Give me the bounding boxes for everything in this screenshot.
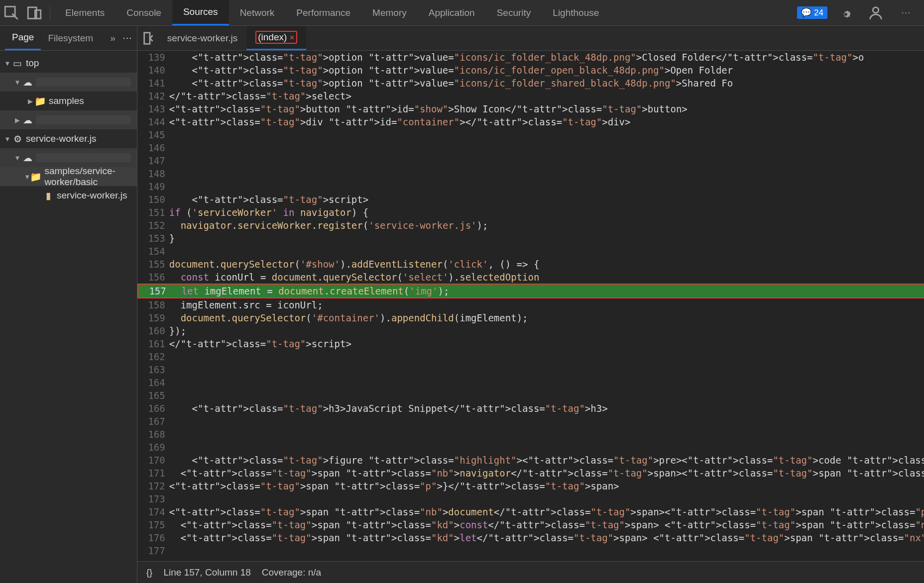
- code-line[interactable]: 145: [137, 128, 924, 141]
- main-panel-tabs: Elements Console Sources Network Perform…: [54, 0, 610, 25]
- code-line[interactable]: 148: [137, 167, 924, 180]
- code-line[interactable]: 174<"t-attr">class="t-tag">span "t-attr"…: [137, 505, 924, 518]
- code-line[interactable]: 147: [137, 154, 924, 167]
- tab-security[interactable]: Security: [486, 0, 542, 25]
- device-toggle-icon[interactable]: [26, 4, 43, 21]
- file-tree: ▼▭ top ▼☁ ▶📁 samples ▶☁ ▼⚙ service-worke…: [0, 51, 137, 583]
- subtab-filesystem[interactable]: Filesystem: [41, 26, 100, 50]
- cloud-icon: ☁: [22, 114, 33, 126]
- kebab-icon[interactable]: ⋯: [897, 4, 914, 21]
- cloud-icon: ☁: [22, 152, 33, 164]
- tab-sources[interactable]: Sources: [172, 0, 229, 25]
- more-subtabs-icon[interactable]: »: [103, 26, 122, 50]
- window-icon: ▭: [12, 58, 23, 69]
- code-line[interactable]: 141 <"t-attr">class="t-tag">option "t-at…: [137, 77, 924, 90]
- tree-samples[interactable]: ▶📁 samples: [0, 92, 137, 110]
- code-line[interactable]: 170 <"t-attr">class="t-tag">figure "t-at…: [137, 454, 924, 467]
- code-line[interactable]: 140 <"t-attr">class="t-tag">option "t-at…: [137, 64, 924, 77]
- folder-icon: 📁: [35, 96, 46, 107]
- code-line[interactable]: 171 <"t-attr">class="t-tag">span "t-attr…: [137, 467, 924, 480]
- code-line[interactable]: 159 document.querySelector('#container')…: [137, 311, 924, 324]
- tree-path-folder[interactable]: ▼📁 samples/service-worker/basic: [0, 167, 137, 186]
- tab-lighthouse[interactable]: Lighthouse: [542, 0, 610, 25]
- js-file-icon: ▮: [43, 190, 54, 201]
- code-line[interactable]: 149: [137, 180, 924, 193]
- code-line[interactable]: 177: [137, 544, 924, 557]
- tree-path-label: samples/service-worker/basic: [44, 166, 136, 188]
- tree-sw-root-label: service-worker.js: [26, 133, 96, 144]
- tree-samples-label: samples: [49, 96, 84, 106]
- code-editor[interactable]: 139 <"t-attr">class="t-tag">option "t-at…: [137, 51, 924, 561]
- code-line[interactable]: 161</"t-attr">class="t-tag">script>: [137, 337, 924, 350]
- code-line[interactable]: 167: [137, 415, 924, 428]
- tab-application[interactable]: Application: [418, 0, 486, 25]
- code-line[interactable]: 160});: [137, 324, 924, 337]
- code-line[interactable]: 163: [137, 363, 924, 376]
- code-line[interactable]: 166 <"t-attr">class="t-tag">h3>JavaScrip…: [137, 402, 924, 415]
- code-line[interactable]: 172<"t-attr">class="t-tag">span "t-attr"…: [137, 480, 924, 492]
- editor-tab-sw-label: service-worker.js: [167, 33, 237, 44]
- issues-badge[interactable]: 💬 24: [797, 6, 827, 19]
- code-line[interactable]: 169: [137, 441, 924, 454]
- code-line[interactable]: 157 let imgElement = document.createElem…: [137, 284, 924, 298]
- tab-memory[interactable]: Memory: [361, 0, 418, 25]
- code-line[interactable]: 168: [137, 428, 924, 441]
- folder-icon: 📁: [30, 171, 41, 183]
- nav-files-icon[interactable]: [141, 30, 158, 47]
- code-line[interactable]: 144<"t-attr">class="t-tag">div "t-attr">…: [137, 115, 924, 128]
- code-line[interactable]: 143<"t-attr">class="t-tag">button "t-att…: [137, 102, 924, 115]
- tree-file-label: service-worker.js: [57, 190, 127, 201]
- tab-elements[interactable]: Elements: [54, 0, 116, 25]
- tab-performance[interactable]: Performance: [285, 0, 361, 25]
- code-line[interactable]: 165: [137, 389, 924, 402]
- editor-tab-index[interactable]: (index) ×: [246, 26, 306, 50]
- code-line[interactable]: 175 <"t-attr">class="t-tag">span "t-attr…: [137, 518, 924, 531]
- account-icon[interactable]: [867, 4, 884, 21]
- cloud-icon: ☁: [22, 77, 33, 88]
- close-tab-icon[interactable]: ×: [290, 33, 295, 42]
- coverage-status: Coverage: n/a: [262, 567, 321, 578]
- code-line[interactable]: 146: [137, 141, 924, 154]
- editor-tab-sw[interactable]: service-worker.js: [158, 26, 246, 50]
- code-line[interactable]: 150 <"t-attr">class="t-tag">script>: [137, 193, 924, 206]
- code-line[interactable]: 139 <"t-attr">class="t-tag">option "t-at…: [137, 51, 924, 64]
- inspect-icon[interactable]: [3, 4, 20, 21]
- subtab-page[interactable]: Page: [5, 26, 41, 50]
- code-line[interactable]: 156 const iconUrl = document.querySelect…: [137, 271, 924, 284]
- cursor-position: Line 157, Column 18: [163, 567, 250, 578]
- code-line[interactable]: 154: [137, 245, 924, 258]
- settings-icon[interactable]: [837, 4, 854, 21]
- tree-cloud-1[interactable]: ▼☁: [0, 73, 137, 92]
- tab-console[interactable]: Console: [116, 0, 172, 25]
- tree-top[interactable]: ▼▭ top: [0, 54, 137, 73]
- pretty-print-icon[interactable]: {}: [146, 567, 153, 578]
- code-line[interactable]: 176 <"t-attr">class="t-tag">span "t-attr…: [137, 531, 924, 544]
- editor-tab-index-label: (index): [258, 32, 287, 42]
- tree-cloud-2[interactable]: ▶☁: [0, 110, 137, 129]
- tree-sw-root[interactable]: ▼⚙ service-worker.js: [0, 129, 137, 148]
- tree-cloud-3[interactable]: ▼☁: [0, 148, 137, 167]
- code-line[interactable]: 152 navigator.serviceWorker.register('se…: [137, 219, 924, 232]
- code-line[interactable]: 173: [137, 492, 924, 505]
- svg-point-3: [873, 7, 878, 12]
- code-line[interactable]: 155document.querySelector('#show').addEv…: [137, 258, 924, 271]
- tree-top-label: top: [26, 58, 39, 69]
- subtabs-kebab-icon[interactable]: ⋯: [122, 32, 132, 44]
- code-line[interactable]: 164: [137, 376, 924, 389]
- tree-file-sw[interactable]: ▮ service-worker.js: [0, 186, 137, 205]
- code-line[interactable]: 162: [137, 350, 924, 363]
- code-line[interactable]: 151if ('serviceWorker' in navigator) {: [137, 206, 924, 219]
- code-line[interactable]: 153}: [137, 232, 924, 245]
- code-line[interactable]: 142</"t-attr">class="t-tag">select>: [137, 90, 924, 102]
- tab-network[interactable]: Network: [229, 0, 286, 25]
- gear-icon: ⚙: [12, 133, 23, 145]
- code-line[interactable]: 158 imgElement.src = iconUrl;: [137, 298, 924, 311]
